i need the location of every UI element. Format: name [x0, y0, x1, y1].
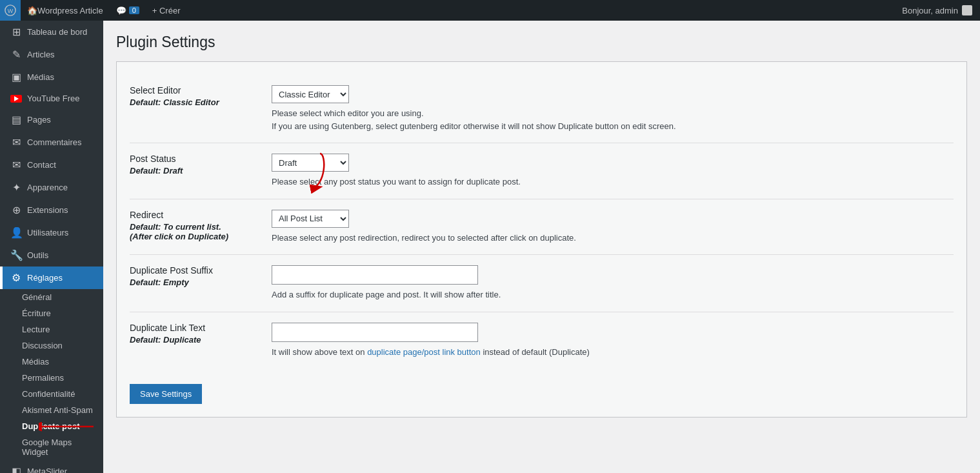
post-status-select[interactable]: Draft Publish Pending [272, 154, 349, 172]
sidebar-item-utilisateurs[interactable]: 👤 Utilisateurs [0, 221, 103, 244]
extensions-icon: ⊕ [10, 204, 22, 216]
admin-bar: W 🏠 Wordpress Article 💬 0 + Créer Bonjou… [0, 0, 980, 21]
settings-row-redirect: Redirect Default: To current list. (Afte… [130, 199, 954, 255]
submenu-akismet[interactable]: Akismet Anti-Spam [0, 402, 103, 418]
submenu-lecture[interactable]: Lecture [0, 321, 103, 337]
editor-description: Please select which editor you are using… [272, 107, 954, 132]
submenu-duplicate-post[interactable]: Duplicate post [0, 418, 88, 434]
post-status-label-title: Post Status [130, 154, 259, 164]
main-content: Plugin Settings Select Editor Default: C… [103, 21, 980, 473]
editor-desc-line1: Please select which editor you are using… [272, 107, 954, 120]
plugin-settings-box: Select Editor Default: Classic Editor Cl… [116, 61, 967, 418]
commentaires-icon: ✉ [10, 136, 22, 148]
post-status-label-default: Default: Draft [130, 166, 259, 176]
link-text-desc-link: duplicate page/post link button [367, 347, 481, 357]
articles-icon: ✎ [10, 48, 22, 61]
suffix-description: Add a suffix for duplicate page and post… [272, 288, 954, 301]
outils-icon: 🔧 [10, 249, 22, 261]
submenu-confidentialite[interactable]: Confidentialité [0, 386, 103, 402]
contact-icon: ✉ [10, 159, 22, 171]
link-text-input[interactable] [272, 323, 478, 342]
sidebar-item-metaslider[interactable]: ◧ MetaSlider [0, 460, 103, 473]
youtube-icon [10, 95, 22, 103]
apparence-icon: ✦ [10, 181, 22, 194]
redirect-control-col: All Post List Current Post Please select… [272, 210, 954, 245]
redirect-label-default-1: Default: To current list. [130, 222, 259, 232]
redirect-label-col: Redirect Default: To current list. (Afte… [130, 210, 272, 245]
editor-desc-line2: If you are using Gutenberg, select guten… [272, 120, 954, 133]
redirect-description: Please select any post redirection, redi… [272, 232, 954, 245]
reglages-icon: ⚙ [10, 272, 22, 284]
page-title: Plugin Settings [116, 34, 967, 51]
user-avatar [962, 5, 972, 15]
suffix-label-title: Duplicate Post Suffix [130, 265, 259, 276]
admin-sidebar: ⊞ Tableau de bord ✎ Articles ▣ Médias Yo… [0, 21, 103, 473]
medias-icon: ▣ [10, 71, 22, 83]
editor-label-title: Select Editor [130, 85, 259, 96]
suffix-label-default: Default: Empty [130, 277, 259, 287]
sidebar-item-dashboard[interactable]: ⊞ Tableau de bord [0, 21, 103, 43]
wp-main-layout: ⊞ Tableau de bord ✎ Articles ▣ Médias Yo… [0, 21, 980, 473]
suffix-control-col: Add a suffix for duplicate page and post… [272, 265, 954, 301]
sidebar-item-commentaires[interactable]: ✉ Commentaires [0, 131, 103, 154]
redirect-label-default-2: (After click on Duplicate) [130, 232, 259, 241]
submenu-general[interactable]: Général [0, 289, 103, 305]
settings-row-link-text: Duplicate Link Text Default: Duplicate I… [130, 312, 954, 369]
link-text-label-default: Default: Duplicate [130, 335, 259, 345]
submenu-duplicate-post-row: Duplicate post [0, 418, 103, 434]
editor-select[interactable]: Classic Editor Gutenberg [272, 85, 349, 103]
link-text-label-col: Duplicate Link Text Default: Duplicate [130, 323, 272, 359]
settings-row-editor: Select Editor Default: Classic Editor Cl… [130, 75, 954, 143]
sidebar-item-extensions[interactable]: ⊕ Extensions [0, 199, 103, 221]
sidebar-item-youtube[interactable]: YouTube Free [0, 88, 103, 108]
save-button-wrapper: Save Settings [130, 368, 954, 404]
svg-text:W: W [8, 8, 14, 14]
wp-logo[interactable]: W [0, 0, 21, 21]
suffix-label-col: Duplicate Post Suffix Default: Empty [130, 265, 272, 301]
save-settings-button[interactable]: Save Settings [130, 384, 202, 404]
comment-icon: 💬 [116, 6, 126, 15]
sidebar-item-apparence[interactable]: ✦ Apparence [0, 176, 103, 199]
submenu-medias[interactable]: Médias [0, 354, 103, 370]
post-status-description: Please select any post status you want t… [272, 176, 954, 188]
redirect-select[interactable]: All Post List Current Post [272, 210, 349, 228]
post-status-control-col: Draft Publish Pending [272, 154, 954, 188]
settings-row-suffix: Duplicate Post Suffix Default: Empty Add… [130, 255, 954, 312]
adminbar-user: Bonjour, admin [894, 5, 980, 15]
adminbar-comments[interactable]: 💬 0 [110, 0, 146, 21]
sidebar-item-outils[interactable]: 🔧 Outils [0, 244, 103, 267]
utilisateurs-icon: 👤 [10, 226, 22, 239]
adminbar-new[interactable]: + Créer [146, 0, 187, 21]
link-text-label-title: Duplicate Link Text [130, 323, 259, 333]
sidebar-item-medias[interactable]: ▣ Médias [0, 66, 103, 88]
submenu-ecriture[interactable]: Écriture [0, 305, 103, 321]
submenu-google-maps[interactable]: Google Maps Widget [0, 434, 103, 460]
link-text-description: It will show above text on duplicate pag… [272, 346, 954, 359]
adminbar-site-name[interactable]: 🏠 Wordpress Article [21, 0, 110, 21]
post-status-select-wrapper: Draft Publish Pending [272, 154, 349, 172]
submenu-discussion[interactable]: Discussion [0, 337, 103, 354]
adminbar-items: 🏠 Wordpress Article 💬 0 + Créer [21, 0, 186, 21]
dashboard-icon: ⊞ [10, 26, 22, 38]
editor-label-default: Default: Classic Editor [130, 97, 259, 107]
sidebar-item-contact[interactable]: ✉ Contact [0, 154, 103, 176]
editor-control-col: Classic Editor Gutenberg Please select w… [272, 85, 954, 132]
editor-label-col: Select Editor Default: Classic Editor [130, 85, 272, 132]
link-text-control-col: It will show above text on duplicate pag… [272, 323, 954, 359]
sidebar-item-articles[interactable]: ✎ Articles [0, 43, 103, 66]
settings-row-post-status: Post Status Default: Draft Draft Publish… [130, 143, 954, 199]
redirect-label-title: Redirect [130, 210, 259, 220]
metaslider-icon: ◧ [10, 465, 22, 473]
submenu-permaliens[interactable]: Permaliens [0, 370, 103, 386]
sidebar-item-reglages[interactable]: ⚙ Réglages [0, 267, 103, 289]
suffix-text-input[interactable] [272, 265, 478, 285]
sidebar-item-pages[interactable]: ▤ Pages [0, 108, 103, 131]
pages-icon: ▤ [10, 114, 22, 126]
post-status-label-col: Post Status Default: Draft [130, 154, 272, 188]
